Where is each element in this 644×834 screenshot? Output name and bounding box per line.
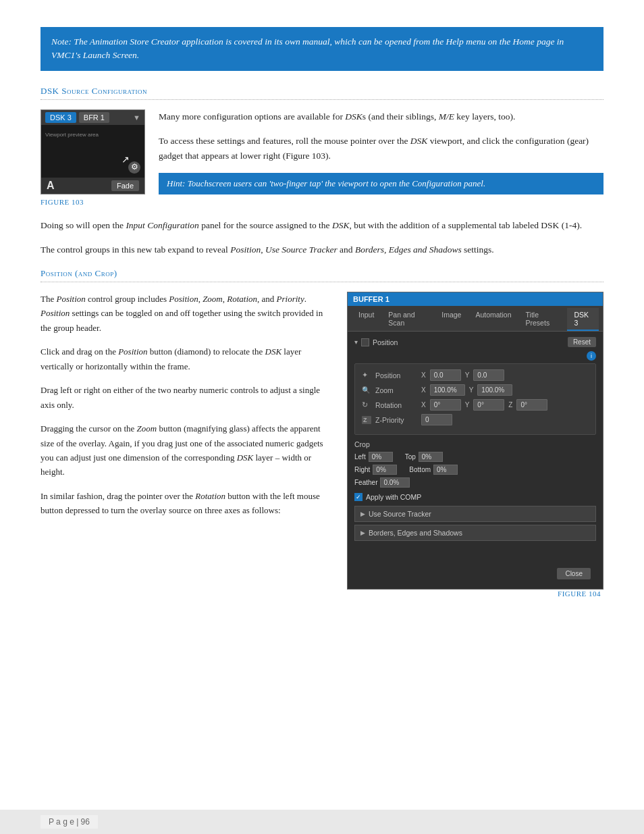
tab-input[interactable]: Input <box>352 308 381 331</box>
crop-left: Left 0% <box>354 452 393 462</box>
pos-para4: Dragging the cursor on the Zoom button (… <box>41 421 332 479</box>
zoom-x-field[interactable]: 100.0% <box>430 384 465 396</box>
dsk-fade-btn[interactable]: Fade <box>111 180 139 191</box>
tab-image[interactable]: Image <box>435 308 468 331</box>
position-toggle[interactable] <box>361 338 369 346</box>
crop-right-field[interactable]: 0% <box>373 465 397 475</box>
position-icon: ✦ <box>362 371 371 380</box>
rot-z-label: Z <box>508 401 512 409</box>
use-source-tracker-arrow: ▶ <box>360 511 365 517</box>
info-icon[interactable]: i <box>587 351 596 361</box>
note-box: Note: The Animation Store Creator applic… <box>41 27 603 71</box>
position-text: The Position control group includes Posi… <box>41 292 332 527</box>
zoom-icon: 🔍 <box>362 386 371 394</box>
zoom-row-label: Zoom <box>375 386 417 394</box>
dsk-source-text: Many more configuration options are avai… <box>159 109 603 195</box>
gear-icon[interactable]: ⚙ <box>128 161 140 174</box>
dsk-para2: To access these settings and features, r… <box>159 134 603 164</box>
pos-x-field[interactable]: 0.0 <box>430 369 461 381</box>
borders-edges-label: Borders, Edges and Shadows <box>369 529 462 537</box>
tab-dsk3[interactable]: DSK 3 <box>567 308 599 331</box>
crop-bottom-field[interactable]: 0% <box>433 465 458 475</box>
pos-para3: Drag left or right on either of the two … <box>41 383 332 412</box>
close-row: Close <box>354 564 596 583</box>
panel-body: ▾ Position Reset i <box>348 332 603 589</box>
body-para2: The control groups in this new tab expan… <box>41 242 603 257</box>
position-label: Position <box>373 338 398 346</box>
dsk-tab-dsk3[interactable]: DSK 3 <box>45 112 76 123</box>
apply-comp-row: ✓ Apply with COMP <box>354 493 596 501</box>
zoom-x-label: X <box>421 386 426 394</box>
panel-tabs: Input Pan and Scan Image Automation Titl… <box>348 306 603 332</box>
apply-comp-checkbox[interactable]: ✓ <box>354 493 363 501</box>
zoom-y-field[interactable]: 100.0% <box>477 384 512 396</box>
zoom-row: 🔍 Zoom X 100.0% Y 100.0% <box>362 384 589 396</box>
crop-bottom-label: Bottom <box>409 466 431 473</box>
dsk-a-label: A <box>47 180 55 192</box>
position-row: ✦ Position X 0.0 Y 0.0 <box>362 369 589 381</box>
tab-automation[interactable]: Automation <box>468 308 518 331</box>
crop-left-label: Left <box>354 453 366 461</box>
pos-para2: Click and drag on the Position button (d… <box>41 344 332 373</box>
collapse-arrow[interactable]: ▾ <box>354 338 358 346</box>
panel-title: BUFFER 1 <box>348 292 603 306</box>
crop-label: Crop <box>354 440 596 448</box>
position-heading: Position (and Crop) <box>41 268 603 282</box>
dsk-dropdown-arrow[interactable]: ▼ <box>133 113 140 122</box>
hint-box: Hint: Touchscreen users can 'two-finger … <box>159 173 603 194</box>
body-para1: Doing so will open the Input Configurati… <box>41 218 603 233</box>
panel-spacer <box>354 544 596 564</box>
crop-feather-row: Feather 0.0% <box>354 477 596 488</box>
tab-title-presets[interactable]: Title Presets <box>519 308 567 331</box>
rotation-icon: ↻ <box>362 400 371 409</box>
use-source-tracker-row[interactable]: ▶ Use Source Tracker <box>354 506 596 522</box>
dsk-source-heading: DSK Source Configuration <box>41 86 603 100</box>
crop-top-label: Top <box>405 453 416 461</box>
tab-pan-scan[interactable]: Pan and Scan <box>381 308 434 331</box>
pos-x-label: X <box>421 371 426 379</box>
crop-top: Top 0% <box>405 452 443 462</box>
zpriority-row: Z Z-Priority 0 <box>362 414 589 425</box>
zpriority-field[interactable]: 0 <box>421 414 452 425</box>
dsk-tab-bfr1[interactable]: BFR 1 <box>79 112 109 123</box>
dsk-footer-bar: A Fade <box>41 178 144 194</box>
panel-container: BUFFER 1 Input Pan and Scan Image Automa… <box>347 292 603 598</box>
pos-para5: In similar fashion, drag the pointer ove… <box>41 489 332 518</box>
apply-comp-label: Apply with COMP <box>366 493 421 501</box>
crop-left-field[interactable]: 0% <box>369 452 393 462</box>
position-group: ✦ Position X 0.0 Y 0.0 🔍 Zoom <box>354 363 596 435</box>
crop-row1: Left 0% Top 0% <box>354 452 596 462</box>
dsk-screenshot: DSK 3 BFR 1 ▼ Viewport preview area ⚙ ↗ … <box>41 109 145 206</box>
borders-edges-arrow: ▶ <box>360 529 365 536</box>
zpriority-label: Z-Priority <box>375 416 417 424</box>
position-row-label: Position <box>375 371 417 380</box>
crop-top-field[interactable]: 0% <box>419 452 443 462</box>
crop-right: Right 0% <box>354 465 397 475</box>
pos-y-field[interactable]: 0.0 <box>473 369 504 381</box>
dsk-figure-row: DSK 3 BFR 1 ▼ Viewport preview area ⚙ ↗ … <box>41 109 603 206</box>
rot-x-field[interactable]: 0° <box>430 399 461 411</box>
crop-section: Crop Left 0% Top 0% <box>354 440 596 488</box>
reset-button[interactable]: Reset <box>568 337 596 347</box>
dsk-preview: Viewport preview area ⚙ ↗ <box>41 125 144 178</box>
panel-screenshot: BUFFER 1 Input Pan and Scan Image Automa… <box>347 292 603 590</box>
crop-feather-field[interactable]: 0.0% <box>380 477 410 488</box>
use-source-tracker-label: Use Source Tracker <box>369 510 431 518</box>
crop-row2: Right 0% Bottom 0% <box>354 465 596 475</box>
dsk-screenshot-inner: DSK 3 BFR 1 ▼ Viewport preview area ⚙ ↗ … <box>41 109 145 194</box>
borders-edges-row[interactable]: ▶ Borders, Edges and Shadows <box>354 525 596 541</box>
pos-y-label: Y <box>465 371 470 379</box>
page: Note: The Animation Store Creator applic… <box>0 0 644 834</box>
close-button[interactable]: Close <box>557 568 591 579</box>
figure-104-caption: FIGURE 104 <box>347 590 603 598</box>
rot-z-field[interactable]: 0° <box>516 399 547 411</box>
rot-y-label: Y <box>465 401 470 409</box>
dsk-source-section: DSK Source Configuration DSK 3 BFR 1 ▼ V… <box>41 86 603 206</box>
dsk-preview-label: Viewport preview area <box>45 132 99 138</box>
cursor-arrow: ↗ <box>122 154 130 165</box>
rot-y-field[interactable]: 0° <box>473 399 504 411</box>
crop-feather: Feather 0.0% <box>354 477 410 488</box>
rot-x-label: X <box>421 401 426 409</box>
hint-text: Hint: Touchscreen users can 'two-finger … <box>167 178 485 188</box>
position-section: Position (and Crop) The Position control… <box>41 268 603 598</box>
